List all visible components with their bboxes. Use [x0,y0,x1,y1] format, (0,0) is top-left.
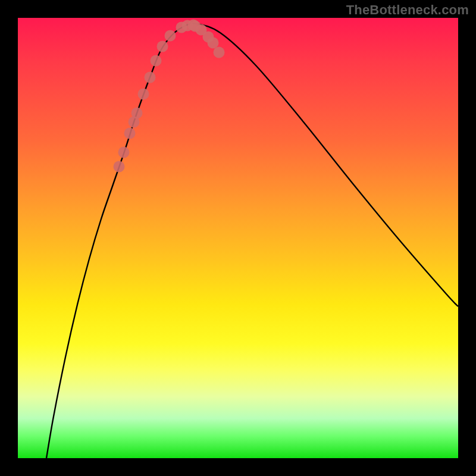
plot-area [18,18,458,458]
marker-dot [157,41,168,52]
bottleneck-curve [46,23,458,458]
marker-dot [165,30,176,42]
marker-dot [118,147,130,158]
marker-dot [131,108,143,119]
marker-dot [208,37,219,49]
curve-markers [114,20,225,173]
marker-dot [214,47,225,58]
marker-dot [138,89,149,100]
watermark-text: TheBottleneck.com [346,2,469,18]
marker-dot [124,128,136,139]
marker-dot [145,72,156,83]
marker-dot [151,55,162,67]
chart-frame: TheBottleneck.com [0,0,476,476]
marker-dot [114,161,125,173]
chart-svg [18,18,458,458]
